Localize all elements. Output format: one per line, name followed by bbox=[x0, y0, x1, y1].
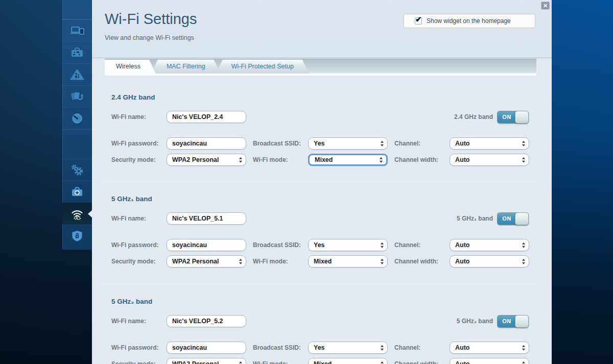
first-aid-kit-icon bbox=[70, 186, 84, 198]
band-section-24ghz: 2.4 GHz band Wi-Fi name: 2.4 GHz band ON… bbox=[92, 91, 552, 173]
sidebar-item-wifi-settings[interactable] bbox=[62, 203, 92, 225]
channel-label: Channel: bbox=[394, 342, 420, 354]
band-toggle[interactable]: ON bbox=[497, 315, 529, 328]
sidebar-item-connectivity[interactable] bbox=[62, 159, 92, 181]
wifi-name-input[interactable] bbox=[167, 212, 246, 225]
band-toggle[interactable]: ON bbox=[497, 111, 529, 124]
channel-select[interactable]: Auto bbox=[450, 342, 529, 354]
select-value: Auto bbox=[455, 256, 469, 267]
select-arrows-icon bbox=[381, 242, 384, 248]
wifi-password-input[interactable] bbox=[167, 239, 246, 251]
wifi-password-input[interactable] bbox=[167, 137, 246, 150]
toggle-knob[interactable] bbox=[515, 315, 529, 328]
show-widget-option[interactable]: ✔ Show widget on the homepage bbox=[404, 14, 535, 28]
tab-wifi-protected-setup[interactable]: Wi-Fi Protected Setup bbox=[216, 60, 309, 74]
band-toggle-label: 5 GHz₁ band bbox=[457, 212, 493, 225]
band-heading: 5 GHz₁ band bbox=[111, 195, 152, 203]
select-value: WPA2 Personal bbox=[172, 358, 219, 364]
toggle-on-label: ON bbox=[498, 111, 516, 123]
sidebar-item-security[interactable] bbox=[62, 225, 92, 247]
sidebar-item-devices[interactable] bbox=[62, 19, 92, 41]
toggle-on-label: ON bbox=[498, 213, 516, 225]
media-stack-icon bbox=[70, 90, 84, 103]
wifi-password-label: Wi-Fi password: bbox=[111, 342, 159, 354]
select-arrows-icon bbox=[380, 157, 383, 163]
wifi-mode-select[interactable]: Mixed bbox=[308, 154, 388, 166]
select-value: Yes bbox=[314, 239, 325, 251]
select-value: Auto bbox=[455, 154, 469, 165]
wifi-settings-panel: Wi-Fi Settings View and change Wi-Fi set… bbox=[92, 0, 552, 364]
page-subtitle: View and change Wi-Fi settings bbox=[105, 34, 194, 41]
channel-width-select[interactable]: Auto bbox=[450, 154, 529, 166]
devices-icon bbox=[69, 25, 85, 37]
select-value: Yes bbox=[314, 138, 325, 149]
broadcast-ssid-select[interactable]: Yes bbox=[308, 239, 388, 251]
select-arrows-icon bbox=[522, 242, 525, 248]
select-arrows-icon bbox=[522, 361, 525, 364]
sidebar-item-troubleshooting[interactable] bbox=[62, 181, 92, 203]
wifi-password-label: Wi-Fi password: bbox=[111, 137, 159, 150]
select-value: Mixed bbox=[314, 256, 332, 267]
toggle-knob[interactable] bbox=[515, 111, 529, 124]
toggle-on-label: ON bbox=[498, 316, 516, 327]
security-mode-select[interactable]: WPA2 Personal bbox=[167, 154, 246, 166]
select-value: Auto bbox=[455, 239, 469, 251]
channel-select[interactable]: Auto bbox=[450, 239, 529, 251]
select-value: Auto bbox=[455, 358, 469, 364]
tab-bar: Wireless MAC Filtering Wi-Fi Protected S… bbox=[105, 59, 536, 73]
select-arrows-icon bbox=[381, 141, 384, 147]
broadcast-ssid-select[interactable]: Yes bbox=[308, 342, 388, 354]
band-toggle[interactable]: ON bbox=[497, 212, 529, 225]
sidebar-item-speed-test[interactable] bbox=[62, 107, 92, 129]
security-mode-select[interactable]: WPA2 Personal bbox=[167, 358, 246, 364]
band-section-5ghz2: 5 GHz₂ band Wi-Fi name: 5 GHz₂ band ON W… bbox=[92, 295, 552, 364]
select-arrows-icon bbox=[239, 157, 242, 163]
band-toggle-label: 2.4 GHz band bbox=[454, 111, 493, 124]
wifi-mode-label: Wi-Fi mode: bbox=[253, 154, 288, 166]
select-value: Mixed bbox=[315, 155, 333, 164]
sidebar-item-parental-controls[interactable] bbox=[62, 63, 92, 85]
tab-wireless[interactable]: Wireless bbox=[105, 60, 156, 74]
select-arrows-icon bbox=[522, 259, 525, 264]
select-arrows-icon bbox=[239, 361, 242, 364]
select-value: Mixed bbox=[314, 358, 332, 364]
wifi-mode-select[interactable]: Mixed bbox=[308, 358, 388, 364]
select-arrows-icon bbox=[239, 259, 242, 264]
toggle-knob[interactable] bbox=[515, 212, 529, 225]
sidebar-item-media-prioritization[interactable] bbox=[62, 85, 92, 107]
channel-label: Channel: bbox=[394, 239, 420, 251]
select-value: Auto bbox=[455, 138, 469, 149]
channel-width-label: Channel width: bbox=[394, 154, 438, 166]
band-heading: 2.4 GHz band bbox=[111, 93, 155, 101]
channel-label: Channel: bbox=[394, 137, 420, 150]
section-divider bbox=[105, 181, 536, 182]
security-mode-select[interactable]: WPA2 Personal bbox=[167, 255, 246, 268]
select-arrows-icon bbox=[381, 345, 384, 351]
page-title: Wi-Fi Settings bbox=[105, 11, 197, 28]
show-widget-checkbox[interactable]: ✔ bbox=[415, 17, 422, 25]
tab-mac-filtering[interactable]: MAC Filtering bbox=[151, 60, 221, 74]
band-heading: 5 GHz₂ band bbox=[111, 298, 152, 305]
close-icon[interactable]: ✕ bbox=[541, 2, 550, 10]
suitcase-icon bbox=[70, 46, 84, 59]
channel-width-select[interactable]: Auto bbox=[450, 255, 529, 268]
wifi-name-input[interactable] bbox=[167, 315, 246, 327]
select-arrows-icon bbox=[522, 157, 525, 163]
wifi-name-label: Wi-Fi name: bbox=[111, 315, 146, 327]
select-arrows-icon bbox=[522, 345, 525, 351]
show-widget-label: Show widget on the homepage bbox=[427, 17, 511, 25]
sidebar-item-guest-access[interactable] bbox=[62, 41, 92, 63]
channel-width-label: Channel width: bbox=[394, 358, 438, 364]
wifi-mode-select[interactable]: Mixed bbox=[308, 255, 388, 268]
wifi-password-input[interactable] bbox=[167, 342, 246, 354]
speedometer-icon bbox=[70, 112, 84, 125]
broadcast-ssid-label: Broadcast SSID: bbox=[253, 137, 301, 150]
select-value: Yes bbox=[314, 342, 325, 353]
broadcast-ssid-select[interactable]: Yes bbox=[308, 137, 388, 150]
sidebar-spacer bbox=[62, 0, 92, 19]
wifi-mode-label: Wi-Fi mode: bbox=[253, 358, 288, 364]
channel-select[interactable]: Auto bbox=[450, 137, 529, 150]
wifi-name-label: Wi-Fi name: bbox=[111, 111, 146, 123]
wifi-name-input[interactable] bbox=[167, 111, 246, 123]
channel-width-select[interactable]: Auto bbox=[450, 358, 529, 364]
